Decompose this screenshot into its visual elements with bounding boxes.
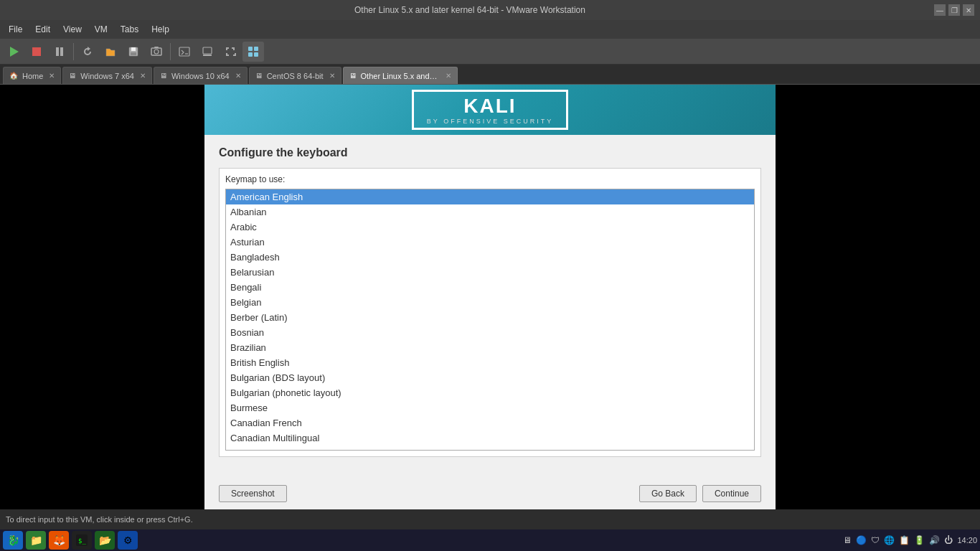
toolbar-save-btn[interactable] [123, 42, 144, 62]
toolbar-minimize-btn[interactable] [197, 42, 218, 62]
statusbar: To direct input to this VM, click inside… [0, 509, 980, 529]
svg-rect-16 [248, 52, 253, 57]
tab-win7-label: Windows 7 x64 [80, 72, 134, 80]
tray-network2-icon[interactable]: 🌐 [884, 535, 895, 545]
minimize-button[interactable]: — [934, 4, 946, 16]
keymap-item[interactable]: Burmese [226, 400, 754, 415]
keymap-item[interactable]: Bosnian [226, 325, 754, 340]
keymap-item[interactable]: Berber (Latin) [226, 310, 754, 325]
toolbar-open-btn[interactable] [100, 42, 121, 62]
toolbar-stop-btn[interactable] [26, 42, 47, 62]
toolbar-fullscreen-btn[interactable] [220, 42, 241, 62]
tab-win7[interactable]: 🖥 Windows 7 x64 ✕ [62, 67, 152, 84]
win7-icon: 🖥 [69, 72, 76, 80]
keymap-item[interactable]: American English [226, 189, 754, 204]
titlebar-controls: — ❐ ✕ [934, 4, 974, 16]
installer-title: Configure the keyboard [219, 146, 761, 159]
tab-win7-close[interactable]: ✕ [140, 72, 146, 80]
tray-network-icon[interactable]: 🖥 [843, 535, 852, 545]
keymap-item[interactable]: Albanian [226, 204, 754, 220]
menu-help[interactable]: Help [146, 23, 175, 36]
svg-rect-15 [254, 47, 258, 51]
keymap-item[interactable]: Bengali [226, 280, 754, 295]
taskbar-filemanager[interactable]: 📂 [95, 531, 115, 550]
taskbar-right: 🖥 🔵 🛡 🌐 📋 🔋 🔊 ⏻ 14:20 [843, 535, 977, 545]
tray-sound-icon[interactable]: 🔊 [929, 535, 940, 545]
keymap-item[interactable]: Bulgarian (BDS layout) [226, 370, 754, 385]
tab-centos-label: CentOS 8 64-bit [267, 72, 324, 80]
svg-rect-3 [60, 47, 63, 56]
keymap-label: Keymap to use: [225, 174, 755, 184]
toolbar-snapshot-btn[interactable] [146, 42, 167, 62]
taskbar: 🐉 📁 🦊 $_ 📂 ⚙ 🖥 🔵 🛡 🌐 📋 🔋 🔊 ⏻ 14:20 [0, 529, 980, 551]
taskbar-terminal[interactable]: $_ [72, 531, 92, 550]
tray-shield-icon[interactable]: 🛡 [871, 535, 880, 545]
kali-logo-box: KALI BY OFFENSIVE SECURITY [412, 90, 568, 130]
restore-button[interactable]: ❐ [948, 4, 960, 16]
tab-win10[interactable]: 🖥 Windows 10 x64 ✕ [154, 67, 248, 84]
svg-point-8 [154, 50, 159, 54]
menu-edit[interactable]: Edit [29, 23, 56, 36]
continue-button[interactable]: Continue [702, 485, 761, 502]
keymap-panel: Keymap to use: American EnglishAlbanianA… [219, 168, 761, 457]
win10-icon: 🖥 [160, 72, 167, 80]
toolbar-separator-2 [170, 43, 171, 60]
keymap-item[interactable]: Brazilian [226, 340, 754, 355]
keymap-item[interactable]: Belarusian [226, 265, 754, 280]
left-panel [0, 85, 204, 509]
tab-win10-close[interactable]: ✕ [235, 72, 241, 80]
keymap-item[interactable]: Bulgarian (phonetic layout) [226, 385, 754, 400]
svg-rect-13 [203, 55, 212, 56]
tab-home-close[interactable]: ✕ [49, 72, 55, 80]
tray-power-icon[interactable]: ⏻ [944, 535, 953, 545]
home-icon: 🏠 [9, 72, 18, 80]
taskbar-settings[interactable]: ⚙ [118, 531, 138, 550]
taskbar-firefox[interactable]: 🦊 [49, 531, 69, 550]
tray-bluetooth-icon[interactable]: 🔵 [856, 535, 867, 545]
tab-kali-close[interactable]: ✕ [446, 72, 451, 80]
svg-rect-12 [203, 47, 212, 54]
toolbar-refresh-btn[interactable] [77, 42, 98, 62]
tab-home[interactable]: 🏠 Home ✕ [3, 67, 61, 84]
keymap-item[interactable]: Asturian [226, 235, 754, 250]
toolbar-power-btn[interactable] [3, 42, 24, 62]
toolbar-unity-btn[interactable] [242, 42, 264, 62]
installer-body: Configure the keyboard Keymap to use: Am… [204, 135, 776, 478]
svg-text:$_: $_ [78, 537, 86, 545]
menu-vm[interactable]: VM [89, 23, 113, 36]
kali-header: KALI BY OFFENSIVE SECURITY [204, 85, 776, 135]
toolbar-console-btn[interactable] [174, 42, 195, 62]
keymap-item[interactable]: Arabic [226, 220, 754, 235]
svg-rect-17 [254, 52, 258, 57]
tray-battery-icon[interactable]: 🔋 [914, 535, 925, 545]
menu-view[interactable]: View [57, 23, 88, 36]
svg-rect-1 [32, 47, 41, 56]
keymap-item[interactable]: Bangladesh [226, 250, 754, 265]
tab-kali-label: Other Linux 5.x and later kerne... [361, 72, 440, 80]
footer-right-buttons: Go Back Continue [639, 485, 761, 502]
tab-centos-close[interactable]: ✕ [329, 72, 335, 80]
taskbar-kali[interactable]: 🐉 [3, 531, 23, 550]
close-button[interactable]: ✕ [963, 4, 974, 16]
titlebar: Other Linux 5.x and later kernel 64-bit … [0, 0, 980, 20]
svg-rect-14 [248, 47, 253, 51]
tab-kali[interactable]: 🖥 Other Linux 5.x and later kerne... ✕ [343, 67, 458, 84]
keymap-item[interactable]: Belgian [226, 295, 754, 310]
taskbar-time: 14:20 [957, 536, 977, 545]
statusbar-message: To direct input to this VM, click inside… [6, 515, 193, 524]
keymap-item[interactable]: Canadian Multilingual [226, 430, 754, 446]
svg-rect-5 [131, 47, 136, 51]
menu-tabs[interactable]: Tabs [115, 23, 144, 36]
tray-clipboard-icon[interactable]: 📋 [899, 535, 910, 545]
tab-centos[interactable]: 🖥 CentOS 8 64-bit ✕ [249, 67, 341, 84]
keymap-item[interactable]: British English [226, 355, 754, 370]
svg-rect-6 [131, 52, 136, 55]
menu-file[interactable]: File [3, 23, 28, 36]
toolbar-pause-btn[interactable] [49, 42, 70, 62]
keymap-item[interactable]: Canadian French [226, 415, 754, 430]
tab-home-label: Home [22, 72, 43, 80]
screenshot-button[interactable]: Screenshot [219, 485, 287, 502]
keymap-list[interactable]: American EnglishAlbanianArabicAsturianBa… [226, 189, 754, 450]
taskbar-files[interactable]: 📁 [26, 531, 46, 550]
go-back-button[interactable]: Go Back [639, 485, 697, 502]
